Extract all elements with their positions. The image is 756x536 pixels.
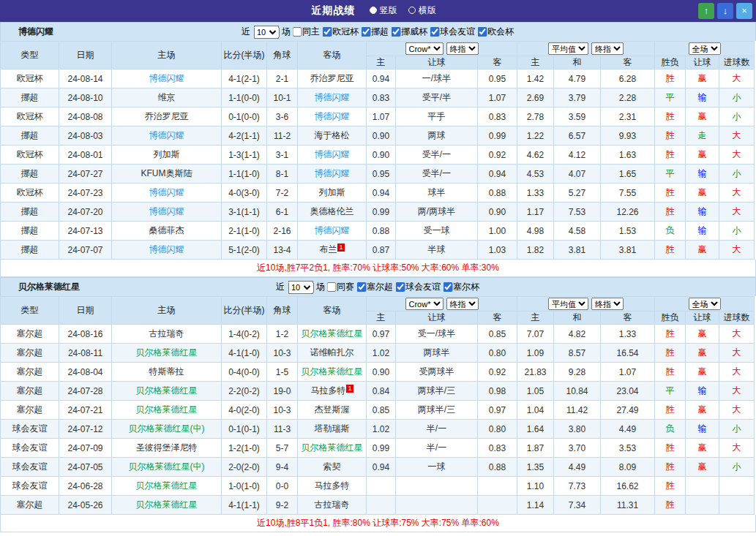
away-team: 乔治罗尼亚: [298, 69, 367, 88]
league-filter[interactable]: 塞尔杯: [443, 281, 479, 293]
sub-column-header: 让球: [396, 56, 478, 69]
avg-source-select[interactable]: 平均值: [548, 298, 588, 310]
close-button[interactable]: ×: [736, 3, 752, 19]
result-goals: 大: [719, 439, 755, 458]
result-handicap: 赢: [686, 146, 719, 165]
league-filter[interactable]: 欧冠杯: [322, 26, 359, 38]
league-filter[interactable]: 球会友谊: [395, 281, 441, 293]
results-table: 类型日期主场比分(半场)角球客场Crow*终指平均值终指全场主让球客主和客胜负让…: [0, 296, 755, 515]
odds-home: 1.02: [367, 420, 396, 439]
corner-score: 13-4: [267, 241, 298, 260]
odds-handicap: 两/两球半: [396, 203, 478, 222]
league-filter-label: 塞尔杯: [453, 281, 479, 293]
avg-stage-select[interactable]: 终指: [591, 298, 624, 310]
avg-stage-select[interactable]: 终指: [591, 42, 624, 55]
match-date: 24-08-03: [59, 127, 112, 146]
league-filter[interactable]: 挪威杯: [391, 26, 427, 38]
league-filter-label: 欧冠杯: [332, 26, 359, 38]
result-goals: 大: [719, 203, 755, 222]
record-summary: 近10场,胜8平1负1, 胜率:80% 让球率:75% 大率:75% 单率:60…: [0, 515, 756, 532]
odds-away: 0.80: [478, 344, 517, 363]
avg-home: 1.09: [517, 344, 554, 363]
home-team: KFUM奥斯陆: [112, 165, 222, 184]
league-filter[interactable]: 欧会杯: [477, 26, 514, 38]
scope-select[interactable]: 全场: [689, 42, 721, 55]
match-row: 欧冠杯24-08-01列加斯1-3(1-1)3-1博德闪耀0.90受半/一0.9…: [1, 146, 755, 165]
avg-home: 1.33: [517, 184, 554, 203]
match-score: 2-0(2-0): [222, 458, 267, 477]
result-outcome: 负: [655, 222, 686, 241]
column-header: 日期: [59, 297, 112, 325]
result-handicap: 输: [686, 222, 719, 241]
league-filter-checkbox[interactable]: [395, 282, 405, 292]
league-filter[interactable]: 塞尔超: [356, 281, 393, 293]
odds-select-cell: Crow*终指: [367, 297, 517, 312]
match-row: 球会友谊24-07-09圣彼得堡泽尼特1-2(1-0)5-7贝尔格莱德红星0.9…: [1, 439, 755, 458]
same-filter[interactable]: 同赛: [326, 281, 354, 293]
odds-away: 0.85: [478, 325, 517, 344]
odds-source-select[interactable]: Crow*: [405, 298, 444, 310]
odds-away: 0.92: [478, 363, 517, 382]
match-score: 0-1(0-1): [222, 420, 267, 439]
same-filter-checkbox[interactable]: [326, 282, 336, 292]
match-row: 欧冠杯24-08-14博德闪耀4-1(2-1)2-1乔治罗尼亚0.94一/球半0…: [1, 69, 755, 88]
sub-column-header: 进球数: [719, 56, 755, 69]
league-filter-checkbox[interactable]: [322, 27, 332, 37]
corner-score: 5-7: [267, 439, 298, 458]
home-team: 桑德菲杰: [112, 222, 222, 241]
odds-home: 1.02: [367, 344, 396, 363]
league-filter-checkbox[interactable]: [361, 27, 370, 37]
league-filter-checkbox[interactable]: [430, 27, 439, 37]
away-team: 博德闪耀: [298, 88, 367, 107]
odds-away: 0.80: [478, 420, 517, 439]
move-down-button[interactable]: ↓: [717, 3, 733, 19]
league-filter-label: 球会友谊: [405, 281, 441, 293]
match-count-select[interactable]: 10: [288, 281, 313, 294]
odds-stage-select[interactable]: 终指: [446, 298, 479, 310]
match-score: 5-1(2-0): [222, 241, 267, 260]
games-label: 场: [316, 281, 325, 293]
sub-column-header: 主: [367, 56, 396, 69]
result-goals: 小: [719, 222, 755, 241]
league-filter-checkbox[interactable]: [443, 282, 452, 292]
layout-vertical-radio[interactable]: 竖版: [370, 4, 397, 17]
avg-source-select[interactable]: 平均值: [548, 42, 588, 55]
avg-home: 1.17: [517, 203, 554, 222]
avg-draw: 8.57: [554, 344, 601, 363]
league-filter-checkbox[interactable]: [391, 27, 400, 37]
avg-home: 2.69: [517, 88, 554, 107]
corner-score: 3-1: [267, 146, 298, 165]
odds-handicap: 受半/一: [396, 165, 478, 184]
same-filter-checkbox[interactable]: [292, 27, 302, 37]
match-score: 4-2(1-1): [222, 127, 267, 146]
result-outcome: 胜: [655, 477, 686, 496]
avg-draw: 7.34: [554, 496, 601, 515]
odds-source-select[interactable]: Crow*: [405, 42, 444, 55]
avg-draw: 4.12: [554, 146, 601, 165]
radio-unselected-icon: [408, 7, 416, 14]
away-team: 博德闪耀: [298, 146, 367, 165]
result-outcome: 胜: [655, 363, 686, 382]
league-badge: 塞尔超: [1, 401, 59, 420]
avg-away: 6.28: [601, 69, 655, 88]
avg-away: 1.33: [601, 325, 655, 344]
same-filter[interactable]: 同主: [292, 26, 320, 38]
page-title: 近期战绩: [311, 4, 355, 16]
layout-horizontal-radio[interactable]: 横版: [408, 4, 436, 17]
scope-select[interactable]: 全场: [689, 298, 721, 310]
league-filter[interactable]: 挪超: [361, 26, 389, 38]
avg-home: 7.07: [517, 325, 554, 344]
move-up-button[interactable]: ↑: [698, 3, 714, 19]
games-label: 场: [282, 26, 291, 38]
result-outcome: 胜: [655, 146, 686, 165]
match-count-select[interactable]: 10: [253, 26, 279, 39]
league-filter-checkbox[interactable]: [356, 282, 366, 292]
result-outcome: 胜: [655, 241, 686, 260]
odds-away: 0.90: [478, 203, 517, 222]
odds-handicap: 受平/半: [396, 88, 478, 107]
result-goals: 大: [719, 382, 755, 401]
avg-away: 4.49: [601, 420, 655, 439]
odds-stage-select[interactable]: 终指: [446, 42, 479, 55]
league-filter-checkbox[interactable]: [477, 27, 487, 37]
league-filter[interactable]: 球会友谊: [430, 26, 475, 38]
